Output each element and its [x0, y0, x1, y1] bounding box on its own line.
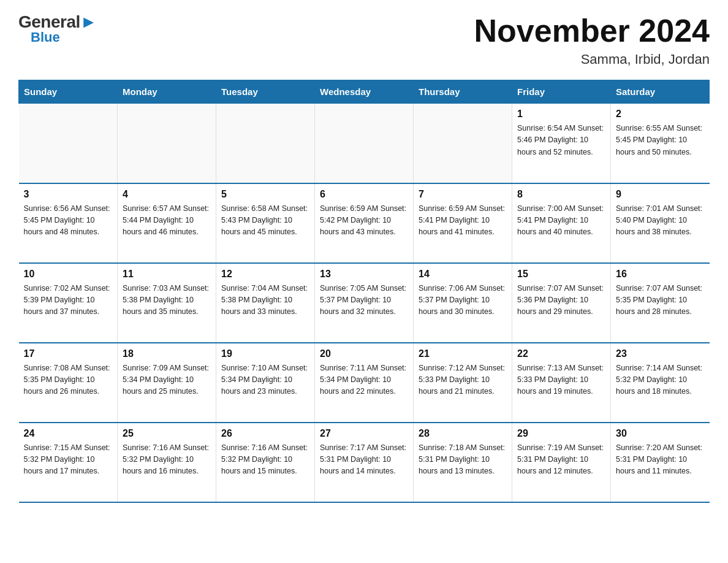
day-info: Sunrise: 7:03 AM Sunset: 5:38 PM Dayligh…: [123, 283, 211, 318]
day-info: Sunrise: 7:18 AM Sunset: 5:31 PM Dayligh…: [419, 442, 507, 478]
day-number: 4: [123, 189, 211, 200]
day-cell: 11Sunrise: 7:03 AM Sunset: 5:38 PM Dayli…: [118, 263, 216, 343]
day-number: 15: [517, 269, 605, 280]
day-cell: 1Sunrise: 6:54 AM Sunset: 5:46 PM Daylig…: [512, 104, 611, 183]
day-number: 7: [419, 189, 507, 200]
day-number: 9: [616, 189, 705, 200]
day-cell: [19, 104, 118, 183]
day-cell: 19Sunrise: 7:10 AM Sunset: 5:34 PM Dayli…: [216, 343, 315, 423]
day-cell: 20Sunrise: 7:11 AM Sunset: 5:34 PM Dayli…: [315, 343, 414, 423]
page-header: General► Blue November 2024 Samma, Irbid…: [18, 12, 710, 67]
day-info: Sunrise: 7:16 AM Sunset: 5:32 PM Dayligh…: [123, 442, 211, 478]
day-cell: 14Sunrise: 7:06 AM Sunset: 5:37 PM Dayli…: [414, 263, 512, 343]
day-info: Sunrise: 7:10 AM Sunset: 5:34 PM Dayligh…: [221, 362, 309, 398]
day-number: 19: [221, 348, 309, 359]
week-row-3: 17Sunrise: 7:08 AM Sunset: 5:35 PM Dayli…: [19, 343, 710, 423]
day-cell: 29Sunrise: 7:19 AM Sunset: 5:31 PM Dayli…: [512, 423, 611, 502]
day-info: Sunrise: 7:20 AM Sunset: 5:31 PM Dayligh…: [616, 442, 705, 478]
day-cell: 17Sunrise: 7:08 AM Sunset: 5:35 PM Dayli…: [19, 343, 118, 423]
day-number: 23: [616, 348, 705, 359]
day-info: Sunrise: 7:11 AM Sunset: 5:34 PM Dayligh…: [320, 362, 408, 398]
day-number: 1: [517, 109, 605, 120]
day-info: Sunrise: 7:14 AM Sunset: 5:32 PM Dayligh…: [616, 362, 705, 398]
day-number: 17: [24, 348, 113, 359]
day-cell: 9Sunrise: 7:01 AM Sunset: 5:40 PM Daylig…: [611, 183, 710, 263]
header-day-tuesday: Tuesday: [216, 80, 315, 104]
day-info: Sunrise: 7:08 AM Sunset: 5:35 PM Dayligh…: [24, 362, 113, 398]
day-number: 18: [123, 348, 211, 359]
week-row-0: 1Sunrise: 6:54 AM Sunset: 5:46 PM Daylig…: [19, 104, 710, 183]
day-number: 6: [320, 189, 408, 200]
day-number: 22: [517, 348, 605, 359]
day-cell: [315, 104, 414, 183]
day-number: 14: [419, 269, 507, 280]
day-number: 20: [320, 348, 408, 359]
day-info: Sunrise: 7:00 AM Sunset: 5:41 PM Dayligh…: [517, 203, 605, 239]
day-info: Sunrise: 6:55 AM Sunset: 5:45 PM Dayligh…: [616, 123, 705, 158]
day-number: 25: [123, 428, 211, 439]
day-cell: 7Sunrise: 6:59 AM Sunset: 5:41 PM Daylig…: [414, 183, 512, 263]
day-number: 16: [616, 269, 705, 280]
day-cell: 30Sunrise: 7:20 AM Sunset: 5:31 PM Dayli…: [611, 423, 710, 502]
day-number: 5: [221, 189, 309, 200]
day-cell: 12Sunrise: 7:04 AM Sunset: 5:38 PM Dayli…: [216, 263, 315, 343]
day-cell: 26Sunrise: 7:16 AM Sunset: 5:32 PM Dayli…: [216, 423, 315, 502]
day-info: Sunrise: 6:59 AM Sunset: 5:42 PM Dayligh…: [320, 203, 408, 239]
day-cell: 10Sunrise: 7:02 AM Sunset: 5:39 PM Dayli…: [19, 263, 118, 343]
day-info: Sunrise: 6:57 AM Sunset: 5:44 PM Dayligh…: [123, 203, 211, 239]
day-cell: 18Sunrise: 7:09 AM Sunset: 5:34 PM Dayli…: [118, 343, 216, 423]
day-cell: 4Sunrise: 6:57 AM Sunset: 5:44 PM Daylig…: [118, 183, 216, 263]
day-cell: 2Sunrise: 6:55 AM Sunset: 5:45 PM Daylig…: [611, 104, 710, 183]
header-day-saturday: Saturday: [611, 80, 710, 104]
day-cell: [216, 104, 315, 183]
week-row-2: 10Sunrise: 7:02 AM Sunset: 5:39 PM Dayli…: [19, 263, 710, 343]
day-info: Sunrise: 6:54 AM Sunset: 5:46 PM Dayligh…: [517, 123, 605, 158]
day-cell: 3Sunrise: 6:56 AM Sunset: 5:45 PM Daylig…: [19, 183, 118, 263]
day-number: 12: [221, 269, 309, 280]
day-info: Sunrise: 7:12 AM Sunset: 5:33 PM Dayligh…: [419, 362, 507, 398]
day-number: 2: [616, 109, 705, 120]
day-info: Sunrise: 7:07 AM Sunset: 5:36 PM Dayligh…: [517, 283, 605, 318]
day-number: 11: [123, 269, 211, 280]
day-info: Sunrise: 6:58 AM Sunset: 5:43 PM Dayligh…: [221, 203, 309, 239]
day-cell: 13Sunrise: 7:05 AM Sunset: 5:37 PM Dayli…: [315, 263, 414, 343]
day-cell: 8Sunrise: 7:00 AM Sunset: 5:41 PM Daylig…: [512, 183, 611, 263]
day-number: 13: [320, 269, 408, 280]
day-info: Sunrise: 7:16 AM Sunset: 5:32 PM Dayligh…: [221, 442, 309, 478]
day-info: Sunrise: 7:01 AM Sunset: 5:40 PM Dayligh…: [616, 203, 705, 239]
day-number: 27: [320, 428, 408, 439]
logo-triangle-icon: ►: [80, 12, 97, 31]
day-number: 8: [517, 189, 605, 200]
day-cell: 16Sunrise: 7:07 AM Sunset: 5:35 PM Dayli…: [611, 263, 710, 343]
day-info: Sunrise: 6:59 AM Sunset: 5:41 PM Dayligh…: [419, 203, 507, 239]
day-info: Sunrise: 7:17 AM Sunset: 5:31 PM Dayligh…: [320, 442, 408, 478]
day-info: Sunrise: 7:19 AM Sunset: 5:31 PM Dayligh…: [517, 442, 605, 478]
day-info: Sunrise: 7:06 AM Sunset: 5:37 PM Dayligh…: [419, 283, 507, 318]
day-cell: 23Sunrise: 7:14 AM Sunset: 5:32 PM Dayli…: [611, 343, 710, 423]
day-cell: 28Sunrise: 7:18 AM Sunset: 5:31 PM Dayli…: [414, 423, 512, 502]
day-cell: 6Sunrise: 6:59 AM Sunset: 5:42 PM Daylig…: [315, 183, 414, 263]
header-day-friday: Friday: [512, 80, 611, 104]
day-cell: [118, 104, 216, 183]
day-cell: 5Sunrise: 6:58 AM Sunset: 5:43 PM Daylig…: [216, 183, 315, 263]
day-cell: 24Sunrise: 7:15 AM Sunset: 5:32 PM Dayli…: [19, 423, 118, 502]
calendar-location: Samma, Irbid, Jordan: [474, 52, 710, 67]
day-number: 28: [419, 428, 507, 439]
header-day-thursday: Thursday: [414, 80, 512, 104]
day-cell: 27Sunrise: 7:17 AM Sunset: 5:31 PM Dayli…: [315, 423, 414, 502]
day-info: Sunrise: 6:56 AM Sunset: 5:45 PM Dayligh…: [24, 203, 113, 239]
day-cell: [414, 104, 512, 183]
day-cell: 22Sunrise: 7:13 AM Sunset: 5:33 PM Dayli…: [512, 343, 611, 423]
day-number: 3: [24, 189, 113, 200]
day-info: Sunrise: 7:15 AM Sunset: 5:32 PM Dayligh…: [24, 442, 113, 478]
header-row: SundayMondayTuesdayWednesdayThursdayFrid…: [19, 80, 710, 104]
day-number: 29: [517, 428, 605, 439]
logo-blue-text: Blue: [31, 29, 60, 45]
day-cell: 25Sunrise: 7:16 AM Sunset: 5:32 PM Dayli…: [118, 423, 216, 502]
calendar-table: SundayMondayTuesdayWednesdayThursdayFrid…: [18, 80, 710, 503]
week-row-4: 24Sunrise: 7:15 AM Sunset: 5:32 PM Dayli…: [19, 423, 710, 502]
day-info: Sunrise: 7:09 AM Sunset: 5:34 PM Dayligh…: [123, 362, 211, 398]
logo: General► Blue: [18, 12, 97, 45]
day-cell: 21Sunrise: 7:12 AM Sunset: 5:33 PM Dayli…: [414, 343, 512, 423]
day-cell: 15Sunrise: 7:07 AM Sunset: 5:36 PM Dayli…: [512, 263, 611, 343]
